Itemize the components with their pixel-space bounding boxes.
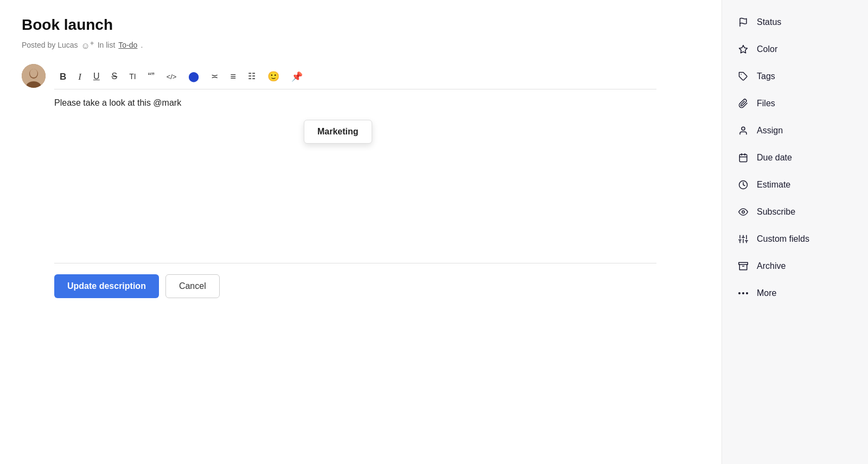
mention-dropdown[interactable]: Marketing [304,120,372,144]
quote-button[interactable]: “” [143,68,160,85]
sidebar-item-subscribe[interactable]: Subscribe [722,198,868,225]
clock-icon [737,180,749,190]
editor-area: B I U S TI “” </> ⬤ ≍ ≡ ☷ 🙂 📌 Please tak… [22,64,656,298]
posted-by-text: Posted by Lucas [22,41,78,49]
sidebar-item-due-date[interactable]: Due date [722,144,868,171]
svg-point-12 [742,211,745,214]
sidebar-item-custom-fields[interactable]: Custom fields [722,225,868,253]
due-date-label: Due date [757,153,792,163]
color-button[interactable]: ⬤ [183,68,205,85]
unordered-list-button[interactable]: ≡ [225,68,241,85]
underline-button[interactable]: U [88,69,105,84]
svg-point-25 [742,292,744,294]
emoji-button[interactable]: 🙂 [262,68,285,85]
in-list-prefix: In list [98,41,116,49]
files-label: Files [757,99,775,108]
editor-wrapper: B I U S TI “” </> ⬤ ≍ ≡ ☷ 🙂 📌 Please tak… [54,64,656,298]
person-icon [737,126,749,136]
assign-label: Assign [757,126,783,136]
sliders-icon [737,234,749,244]
paperclip-icon [737,99,749,108]
bold-button[interactable]: B [54,69,72,85]
toolbar: B I U S TI “” </> ⬤ ≍ ≡ ☷ 🙂 📌 [54,64,656,89]
heading-button[interactable]: TI [124,69,141,83]
sidebar-item-assign[interactable]: Assign [722,117,868,144]
svg-point-6 [742,127,745,130]
task-title: Book launch [22,16,656,34]
color-label: Color [757,44,777,54]
more-label: More [757,288,776,298]
ordered-list-button[interactable]: ≍ [206,69,224,84]
color-icon [737,44,749,54]
attachment-button[interactable]: 📌 [286,69,308,85]
editor-text: Please take a look at this @mark [54,98,181,107]
sidebar-item-color[interactable]: Color [722,36,868,63]
ellipsis-icon [737,292,749,295]
code-button[interactable]: </> [161,70,182,83]
sidebar-item-tags[interactable]: Tags [722,63,868,90]
tags-label: Tags [757,72,775,81]
svg-point-3 [30,69,37,78]
avatar-image [22,64,46,88]
task-list-button[interactable]: ☷ [242,69,261,84]
svg-point-26 [746,292,748,294]
tag-icon [737,72,749,81]
estimate-label: Estimate [757,180,790,190]
sidebar: Status Color Tags Files [722,0,868,464]
custom-fields-label: Custom fields [757,234,809,244]
editor-actions: Update description Cancel [54,274,656,298]
editor-content[interactable]: Please take a look at this @mark Marketi… [54,89,656,263]
mention-item-marketing[interactable]: Marketing [304,120,372,143]
sidebar-item-files[interactable]: Files [722,90,868,117]
italic-button[interactable]: I [73,69,87,85]
task-meta: Posted by Lucas ☺+ In list To-do . [22,39,656,51]
svg-point-24 [738,292,741,294]
period: . [141,41,143,49]
sidebar-item-estimate[interactable]: Estimate [722,171,868,198]
svg-rect-22 [739,262,748,265]
sidebar-item-archive[interactable]: Archive [722,253,868,280]
emoji-reaction[interactable]: ☺+ [81,39,94,51]
list-link[interactable]: To-do [118,41,137,49]
eye-icon [737,207,749,217]
status-label: Status [757,17,781,27]
cancel-button[interactable]: Cancel [165,274,220,298]
calendar-icon [737,153,749,163]
main-content: Book launch Posted by Lucas ☺+ In list T… [0,0,678,314]
archive-icon [737,261,749,271]
avatar [22,64,46,88]
strikethrough-button[interactable]: S [106,69,123,84]
subscribe-label: Subscribe [757,207,795,217]
archive-label: Archive [757,261,786,271]
flag-icon [737,17,749,27]
update-description-button[interactable]: Update description [54,274,159,298]
editor-divider [54,263,656,263]
sidebar-item-more[interactable]: More [722,280,868,307]
sidebar-item-status[interactable]: Status [722,9,868,36]
svg-rect-7 [739,154,747,162]
